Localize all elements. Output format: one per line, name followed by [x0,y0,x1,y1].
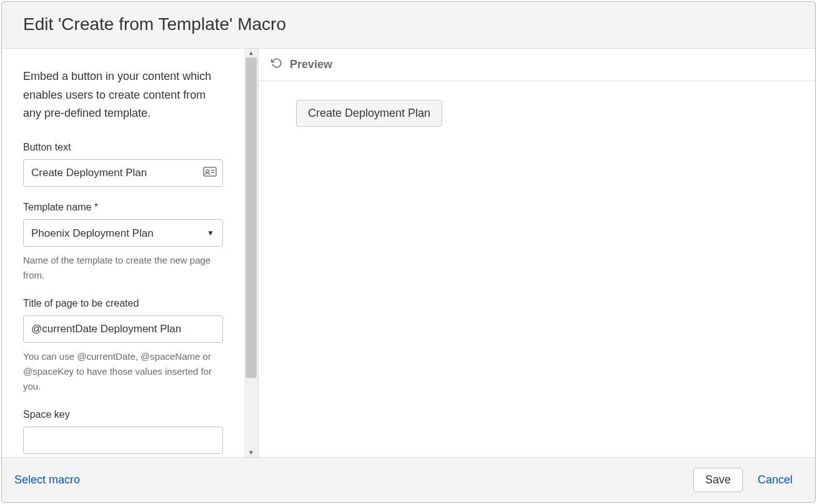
field-template-name: Template name * Phoenix Deployment Plan … [23,202,223,283]
field-button-text: Button text [23,142,223,187]
help-page-title: You can use @currentDate, @spaceName or … [23,349,223,394]
label-button-text: Button text [23,142,223,153]
input-space-key[interactable] [23,427,223,454]
label-space-key: Space key [23,409,223,420]
refresh-icon[interactable] [271,57,282,72]
scroll-down-icon[interactable]: ▼ [248,448,254,457]
help-template-name: Name of the template to create the new p… [23,253,223,283]
scroll-up-icon[interactable]: ▲ [248,49,254,57]
dialog-header: Edit 'Create from Template' Macro [2,2,815,49]
scroll-track[interactable] [244,57,258,448]
select-wrap-template-name: Phoenix Deployment Plan ▼ [23,219,223,247]
macro-editor-dialog: Edit 'Create from Template' Macro Embed … [1,1,816,503]
dialog-footer: Select macro Save Cancel [2,458,815,502]
macro-description: Embed a button in your content which ena… [23,67,223,123]
config-panel: Embed a button in your content which ena… [2,49,258,457]
cancel-button[interactable]: Cancel [754,468,796,492]
select-macro-link[interactable]: Select macro [14,473,80,487]
preview-content: Create Deployment Plan [259,81,815,457]
input-button-text[interactable] [23,159,223,187]
scroll-thumb[interactable] [245,57,257,378]
dialog-title: Edit 'Create from Template' Macro [23,14,794,34]
label-page-title: Title of page to be created [23,298,223,309]
input-wrap-button-text [23,159,223,187]
preview-header: Preview [259,49,815,81]
preview-heading: Preview [290,58,332,71]
field-page-title: Title of page to be created You can use … [23,298,223,394]
field-space-key: Space key [23,409,223,454]
input-page-title[interactable] [23,315,223,343]
preview-panel: Preview Create Deployment Plan [258,49,815,457]
save-button[interactable]: Save [693,468,743,492]
select-template-name[interactable]: Phoenix Deployment Plan [23,219,223,247]
scrollbar[interactable]: ▲ ▼ [244,49,258,457]
preview-create-button[interactable]: Create Deployment Plan [296,100,442,127]
dialog-body: Embed a button in your content which ena… [2,49,815,458]
label-template-name: Template name * [23,202,223,213]
config-scroll-area[interactable]: Embed a button in your content which ena… [2,49,244,457]
